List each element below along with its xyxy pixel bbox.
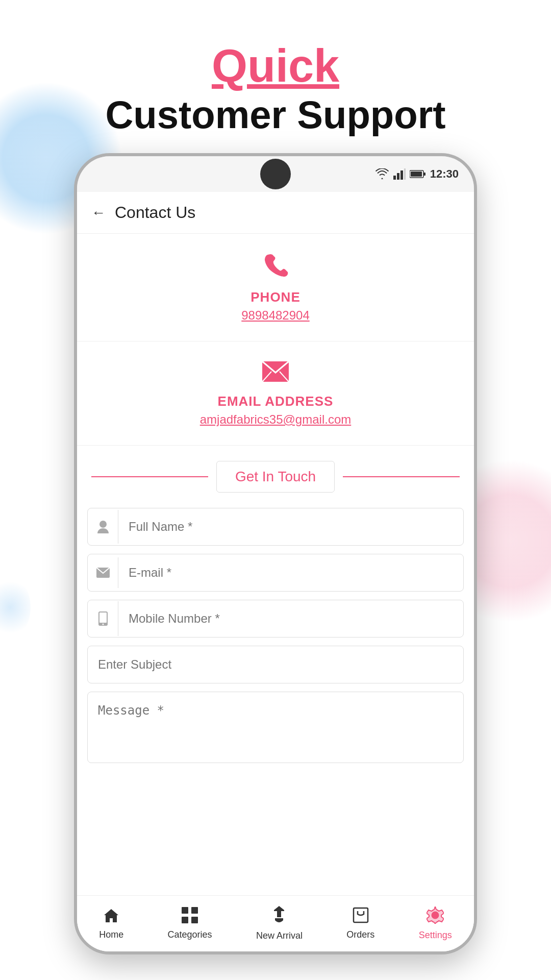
top-nav: ← Contact Us [77,192,474,234]
nav-new-arrival-label: New Arrival [256,930,303,941]
mobile-row [87,600,464,638]
person-icon [88,510,118,544]
status-time: 12:30 [430,167,459,181]
nav-home[interactable]: Home [99,908,123,940]
nav-title: Contact Us [115,203,195,222]
nav-settings[interactable]: Settings [419,906,452,941]
svg-point-12 [102,624,104,625]
get-in-touch-section: Get In Touch [77,446,474,508]
settings-icon [427,906,444,928]
side-button-1 [474,320,477,360]
phone-card: PHONE 9898482904 [77,234,474,341]
signal-icon [393,168,406,180]
svg-rect-14 [191,907,198,914]
side-button-2 [474,376,477,416]
subject-input[interactable] [87,646,464,683]
mobile-input[interactable] [118,600,463,637]
svg-point-8 [99,521,107,528]
svg-rect-13 [182,907,188,914]
svg-rect-5 [423,173,425,176]
email-row [87,554,464,592]
email-input[interactable] [118,554,463,591]
svg-rect-3 [404,168,406,180]
orders-icon [353,907,369,927]
back-button[interactable]: ← [91,205,106,221]
svg-rect-16 [191,917,198,923]
phone-number[interactable]: 9898482904 [87,308,464,323]
email-input-icon [88,557,118,588]
svg-rect-0 [393,176,396,180]
svg-rect-6 [411,172,422,177]
form-section [77,508,474,765]
nav-orders[interactable]: Orders [346,907,374,940]
nav-settings-label: Settings [419,930,452,941]
status-right: 12:30 [375,167,459,181]
decoration-blob-blue-small [0,577,31,638]
full-name-input[interactable] [118,508,463,545]
svg-rect-15 [182,917,188,923]
status-bar: 12:30 [77,156,474,192]
phone-label: PHONE [87,289,464,305]
email-label: EMAIL ADDRESS [87,394,464,409]
full-name-row [87,508,464,546]
divider-left [91,476,208,477]
divider-right [343,476,460,477]
phone-icon [87,252,464,283]
home-icon [103,908,119,927]
wifi-icon [375,168,389,180]
message-input[interactable] [87,692,464,763]
categories-icon [182,907,198,927]
svg-rect-2 [400,170,403,180]
battery-icon [410,169,426,179]
nav-new-arrival[interactable]: New Arrival [256,906,303,941]
nav-categories[interactable]: Categories [168,907,212,940]
email-address[interactable]: amjadfabrics35@gmail.com [87,412,464,427]
new-arrival-icon [272,906,286,928]
bottom-nav: Home Categories [77,895,474,951]
phone-frame: 12:30 ← Contact Us PHONE 9898482904 [74,153,477,954]
nav-orders-label: Orders [346,929,374,940]
email-icon [87,360,464,387]
header-quick: Quick [0,41,551,91]
svg-rect-11 [99,612,107,623]
nav-categories-label: Categories [168,929,212,940]
mobile-icon [88,601,118,636]
screen: ← Contact Us PHONE 9898482904 [77,192,474,951]
svg-rect-1 [397,173,399,180]
nav-home-label: Home [99,929,123,940]
email-card: EMAIL ADDRESS amjadfabrics35@gmail.com [77,341,474,446]
get-in-touch-button[interactable]: Get In Touch [216,461,335,493]
camera-notch [260,159,291,189]
